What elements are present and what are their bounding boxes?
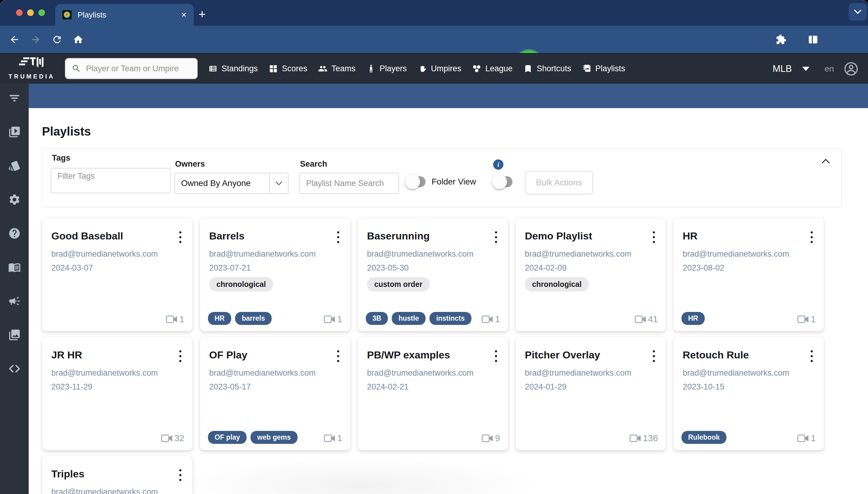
- forward-button[interactable]: [30, 34, 41, 45]
- left-sidebar: [0, 84, 29, 494]
- playlist-card[interactable]: JR HR brad@trumedianetworks.com 2023-11-…: [42, 337, 193, 450]
- playlist-title: Demo Playlist: [525, 230, 592, 242]
- filter-icon[interactable]: [8, 92, 21, 104]
- shortcuts-icon: [523, 64, 533, 73]
- card-menu-icon[interactable]: [495, 350, 497, 362]
- code-icon[interactable]: [8, 362, 21, 375]
- folder-view-toggle[interactable]: [406, 176, 426, 187]
- tag-pill: 3B: [366, 312, 388, 325]
- clip-count-value: 1: [337, 433, 342, 443]
- tags-filter-input[interactable]: [51, 168, 171, 193]
- reload-button[interactable]: [52, 34, 62, 45]
- nav-item[interactable]: Standings: [208, 64, 258, 73]
- owners-select[interactable]: Owned By Anyone: [174, 173, 289, 194]
- window-zoom-button[interactable]: [38, 10, 45, 16]
- league-selector[interactable]: MLB: [773, 54, 809, 84]
- tag-pill: instincts: [430, 312, 471, 325]
- playlist-title: Barrels: [209, 230, 244, 242]
- browser-window: Playlists × + mlbdemo.trumedianetworks.c…: [0, 0, 868, 494]
- nav-item[interactable]: Players: [367, 64, 407, 73]
- window-close-button[interactable]: [16, 10, 23, 16]
- clip-count-value: 1: [495, 314, 500, 324]
- trumedia-mark-icon: [18, 56, 45, 73]
- playlist-title: Retouch Rule: [683, 349, 749, 361]
- video-camera-icon: [482, 434, 493, 442]
- playlist-card[interactable]: Demo Playlist brad@trumedianetworks.com …: [515, 218, 666, 331]
- playlist-card[interactable]: Baserunning brad@trumedianetworks.com 20…: [358, 218, 508, 331]
- extensions-puzzle-icon[interactable]: [776, 34, 787, 45]
- nav-item[interactable]: Teams: [318, 64, 356, 73]
- megaphone-icon[interactable]: [8, 295, 21, 307]
- main-nav: Standings Scores Teams Players: [208, 54, 625, 84]
- card-menu-icon[interactable]: [337, 350, 339, 362]
- card-menu-icon[interactable]: [179, 231, 181, 243]
- playlist-card[interactable]: Barrels brad@trumedianetworks.com 2023-0…: [200, 218, 350, 331]
- side-panel-icon[interactable]: [808, 34, 818, 45]
- bulk-actions-button[interactable]: Bulk Actions: [525, 171, 593, 194]
- new-tab-icon[interactable]: +: [199, 10, 205, 19]
- clip-count-value: 1: [811, 433, 816, 443]
- playlist-date: 2023-10-15: [683, 382, 724, 392]
- tag-pill: OF play: [208, 431, 246, 444]
- help-icon[interactable]: [8, 227, 21, 240]
- trumedia-wordmark: TRUMEDIA: [6, 73, 57, 80]
- clip-count: 1: [797, 314, 816, 324]
- nav-item[interactable]: League: [472, 64, 512, 73]
- nav-item[interactable]: Playlists: [582, 64, 625, 73]
- playlist-search-input[interactable]: [299, 173, 399, 194]
- tab-list-button[interactable]: [849, 3, 867, 21]
- language-selector[interactable]: en: [825, 54, 834, 84]
- collapse-panel-icon[interactable]: [821, 158, 830, 164]
- gear-icon[interactable]: [8, 193, 21, 206]
- clip-count: 32: [161, 433, 184, 443]
- playlist-card[interactable]: OF Play brad@trumedianetworks.com 2023-0…: [200, 337, 350, 450]
- nav-item[interactable]: Scores: [269, 64, 307, 73]
- video-camera-icon: [166, 315, 177, 323]
- video-playlist-icon[interactable]: [8, 126, 21, 138]
- playlist-card[interactable]: Pitcher Overlay brad@trumedianetworks.co…: [515, 337, 666, 450]
- playlist-card[interactable]: Retouch Rule brad@trumedianetworks.com 2…: [673, 337, 824, 450]
- league-label: MLB: [773, 63, 792, 74]
- search-input[interactable]: [85, 64, 189, 74]
- tag-pill: hustle: [392, 312, 426, 325]
- card-menu-icon[interactable]: [811, 231, 813, 243]
- tab-close-icon[interactable]: ×: [181, 10, 186, 19]
- clip-count: 41: [635, 314, 658, 324]
- main-content: Playlists Tags Owners Owned By Anyone Se…: [29, 108, 868, 494]
- scores-icon: [269, 64, 278, 73]
- card-menu-icon[interactable]: [337, 231, 339, 243]
- playlist-owner: brad@trumedianetworks.com: [51, 368, 158, 378]
- tag-list: OF playweb gems: [208, 431, 298, 444]
- playlist-owner: brad@trumedianetworks.com: [367, 368, 474, 378]
- window-minimize-button[interactable]: [27, 10, 34, 16]
- tag-pill: barrels: [235, 312, 272, 325]
- global-search[interactable]: [65, 58, 198, 79]
- playlist-card[interactable]: Good Baseball brad@trumedianetworks.com …: [42, 218, 193, 331]
- book-icon[interactable]: [8, 261, 21, 273]
- playlist-card[interactable]: HR brad@trumedianetworks.com 2023-08-02 …: [673, 218, 824, 331]
- nav-item[interactable]: Shortcuts: [523, 64, 571, 73]
- cards-icon[interactable]: [8, 159, 21, 172]
- card-menu-icon[interactable]: [179, 350, 181, 362]
- home-button[interactable]: [73, 34, 84, 45]
- browser-tab[interactable]: Playlists ×: [55, 4, 194, 26]
- info-icon[interactable]: i: [493, 159, 504, 170]
- page-banner: [29, 84, 868, 108]
- clip-count-value: 1: [337, 314, 342, 324]
- account-icon[interactable]: [843, 61, 859, 77]
- playlist-title: Baserunning: [367, 230, 430, 242]
- image-stack-icon[interactable]: [8, 328, 21, 341]
- playlist-card[interactable]: PB/WP examples brad@trumedianetworks.com…: [358, 337, 508, 450]
- card-menu-icon[interactable]: [653, 350, 655, 362]
- back-button[interactable]: [9, 34, 20, 45]
- card-menu-icon[interactable]: [495, 231, 497, 243]
- owners-select-value: Owned By Anyone: [175, 178, 269, 188]
- nav-item[interactable]: Umpires: [418, 64, 461, 73]
- playlist-date: 2024-02-09: [525, 263, 567, 273]
- playlist-card[interactable]: Triples brad@trumedianetworks.com: [42, 456, 193, 494]
- bulk-select-toggle[interactable]: [493, 176, 512, 187]
- card-menu-icon[interactable]: [653, 231, 655, 243]
- trumedia-logo[interactable]: TRUMEDIA: [6, 56, 57, 80]
- playlist-title: Triples: [51, 468, 84, 480]
- card-menu-icon[interactable]: [811, 350, 813, 362]
